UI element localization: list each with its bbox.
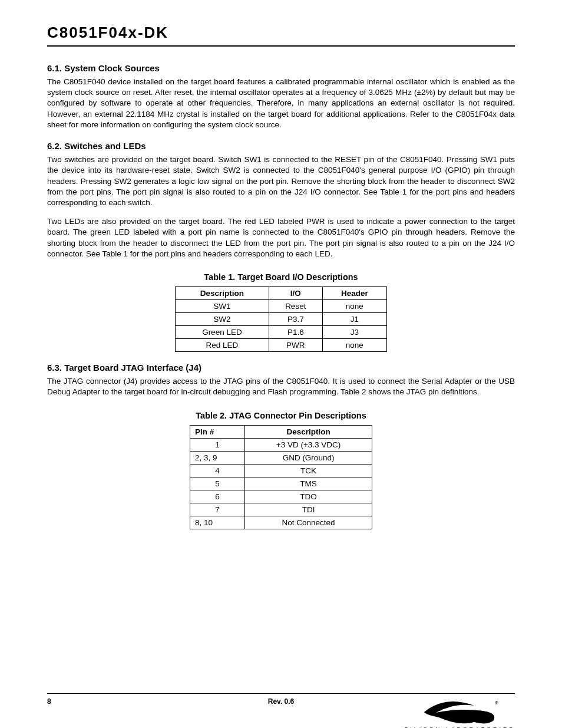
page-footer: 8 Rev. 0.6 ® SILICON LABORATORIES [47, 693, 515, 706]
td: GND (Ground) [245, 451, 372, 464]
td: Reset [269, 300, 322, 313]
section-heading-6-3: 6.3. Target Board JTAG Interface (J4) [47, 363, 515, 373]
table-header-row: Description I/O Header [176, 287, 387, 300]
td: Red LED [176, 339, 269, 352]
page-number: 8 [47, 697, 51, 706]
th: Pin # [190, 425, 245, 438]
table2: Pin # Description 1 +3 VD (+3.3 VDC) 2, … [190, 425, 372, 529]
th: Description [245, 425, 372, 438]
td: TDI [245, 503, 372, 516]
table-row: 7 TDI [190, 503, 372, 516]
paragraph: The C8051F040 device installed on the ta… [47, 77, 515, 130]
table-row: 6 TDO [190, 490, 372, 503]
th: Header [322, 287, 386, 300]
td: none [322, 339, 386, 352]
company-logo: ® SILICON LABORATORIES [404, 700, 515, 728]
td: SW1 [176, 300, 269, 313]
table-row: 8, 10 Not Connected [190, 516, 372, 529]
td: J1 [322, 313, 386, 326]
td: TDO [245, 490, 372, 503]
td: 6 [190, 490, 245, 503]
td: 5 [190, 477, 245, 490]
th: Description [176, 287, 269, 300]
paragraph: The JTAG connector (J4) provides access … [47, 376, 515, 397]
td: TMS [245, 477, 372, 490]
td: none [322, 300, 386, 313]
section-heading-6-2: 6.2. Switches and LEDs [47, 141, 515, 151]
document-title: C8051F04x-DK [47, 24, 515, 47]
paragraph: Two LEDs are also provided on the target… [47, 216, 515, 259]
revision: Rev. 0.6 [268, 697, 294, 706]
td: P3.7 [269, 313, 322, 326]
table2-caption: Table 2. JTAG Connector Pin Descriptions [47, 411, 515, 420]
td: TCK [245, 464, 372, 477]
svg-text:®: ® [495, 700, 498, 706]
silicon-labs-logo-icon: ® [418, 700, 501, 724]
td: J3 [322, 326, 386, 339]
section-heading-6-1: 6.1. System Clock Sources [47, 63, 515, 73]
table-row: SW1 Reset none [176, 300, 387, 313]
th: I/O [269, 287, 322, 300]
table1: Description I/O Header SW1 Reset none SW… [175, 286, 387, 352]
table-header-row: Pin # Description [190, 425, 372, 438]
td: 4 [190, 464, 245, 477]
td: 7 [190, 503, 245, 516]
table-row: 1 +3 VD (+3.3 VDC) [190, 438, 372, 451]
paragraph: Two switches are provided on the target … [47, 154, 515, 208]
td: +3 VD (+3.3 VDC) [245, 438, 372, 451]
table-row: 5 TMS [190, 477, 372, 490]
table-row: Red LED PWR none [176, 339, 387, 352]
table1-caption: Table 1. Target Board I/O Descriptions [47, 272, 515, 282]
table-row: 4 TCK [190, 464, 372, 477]
td: 2, 3, 9 [190, 451, 245, 464]
table-row: 2, 3, 9 GND (Ground) [190, 451, 372, 464]
td: 8, 10 [190, 516, 245, 529]
td: Not Connected [245, 516, 372, 529]
table-row: SW2 P3.7 J1 [176, 313, 387, 326]
td: SW2 [176, 313, 269, 326]
td: P1.6 [269, 326, 322, 339]
td: 1 [190, 438, 245, 451]
table-row: Green LED P1.6 J3 [176, 326, 387, 339]
td: PWR [269, 339, 322, 352]
td: Green LED [176, 326, 269, 339]
